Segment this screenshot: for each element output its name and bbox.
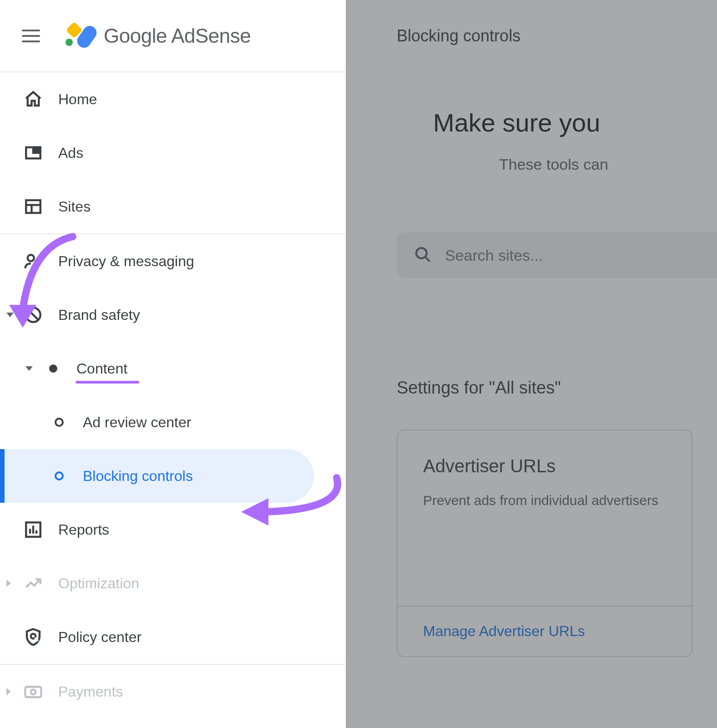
adsense-logo[interactable]: Google AdSense <box>64 23 251 49</box>
svg-point-14 <box>31 690 36 695</box>
adsense-logo-text: Google AdSense <box>104 25 251 47</box>
sidebar-item-optimization[interactable]: Optimization <box>0 556 346 610</box>
payments-icon <box>22 680 45 703</box>
annotation-underline <box>76 381 139 384</box>
policy-icon <box>22 626 45 648</box>
block-icon <box>22 303 45 326</box>
sidebar-item-home[interactable]: Home <box>0 72 346 126</box>
sidebar-item-sites[interactable]: Sites <box>0 180 346 233</box>
sidebar-item-brand-safety[interactable]: Brand safety <box>0 288 346 342</box>
sidebar-item-ads[interactable]: Ads <box>0 126 346 180</box>
sidebar-item-label: Privacy & messaging <box>58 253 194 270</box>
hamburger-menu-icon[interactable] <box>22 26 42 46</box>
sidebar-item-privacy[interactable]: Privacy & messaging <box>0 234 346 288</box>
optimization-icon <box>22 572 45 595</box>
sidebar-item-label: Content <box>76 360 127 377</box>
home-icon <box>22 88 45 111</box>
sidebar-item-label: Reports <box>58 521 109 538</box>
sidebar-item-label: Ad review center <box>83 414 191 431</box>
sidebar-item-payments[interactable]: Payments <box>0 665 346 718</box>
bullet-ring-icon <box>55 471 64 480</box>
svg-rect-1 <box>33 147 40 153</box>
sidebar-item-label: Payments <box>58 683 123 700</box>
dim-overlay <box>346 0 717 728</box>
sidebar-nav: Home Ads Sites Privacy & messaging Brand… <box>0 72 346 728</box>
adsense-logo-mark <box>64 23 96 49</box>
sidebar-item-label: Brand safety <box>58 307 140 324</box>
sidebar-item-label: Optimization <box>58 575 139 592</box>
active-indicator <box>0 449 5 503</box>
svg-rect-2 <box>26 200 40 213</box>
sidebar-item-content[interactable]: Content <box>0 342 346 395</box>
sidebar-item-label: Ads <box>58 145 83 162</box>
bullet-ring-icon <box>55 418 64 427</box>
svg-line-7 <box>29 310 38 320</box>
app-header: Google AdSense <box>0 0 346 71</box>
sidebar-item-label: Policy center <box>58 629 141 646</box>
reports-icon <box>22 518 45 541</box>
caret-right-icon <box>6 688 11 695</box>
sidebar-item-ad-review-center[interactable]: Ad review center <box>0 395 346 449</box>
sidebar-item-label: Blocking controls <box>83 468 193 485</box>
sidebar-item-blocking-controls[interactable]: Blocking controls <box>0 449 314 503</box>
ads-icon <box>22 142 45 164</box>
svg-rect-13 <box>25 687 41 698</box>
privacy-icon <box>22 250 45 273</box>
sidebar-item-label: Sites <box>58 198 91 215</box>
svg-point-5 <box>28 255 34 261</box>
caret-down-icon <box>25 366 33 371</box>
sidebar-item-label: Home <box>58 91 97 108</box>
sidebar-item-reports[interactable]: Reports <box>0 503 346 556</box>
bullet-icon <box>49 364 57 373</box>
sidebar-item-policy-center[interactable]: Policy center <box>0 610 346 664</box>
caret-right-icon <box>6 580 11 587</box>
caret-down-icon <box>6 313 14 317</box>
sites-icon <box>22 195 45 218</box>
